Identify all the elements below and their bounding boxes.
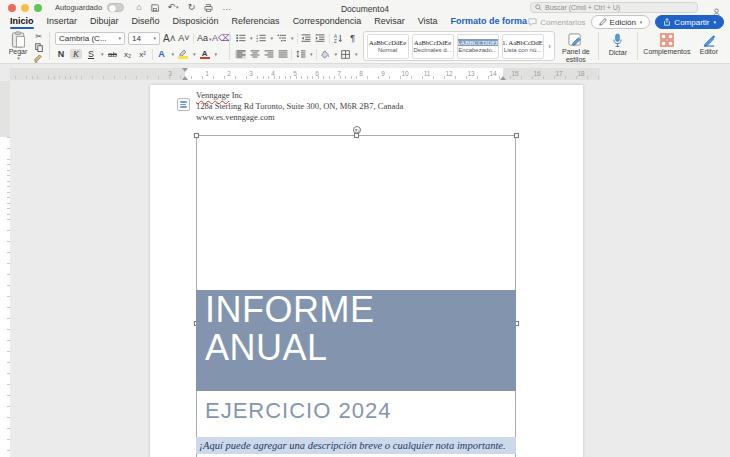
italic-button-active[interactable]: K [70,49,82,59]
tab-disposición[interactable]: Disposición [173,16,219,28]
left-indent-marker[interactable] [182,76,188,80]
horizontal-ruler[interactable]: 3 123456789101112131415161718 [10,68,600,80]
bullets-button[interactable] [235,34,246,43]
multilevel-list-button[interactable] [276,34,287,43]
home-icon[interactable]: ⌂ [136,3,141,12]
style-pane-button[interactable]: Panel de estilos [559,31,593,64]
ruler-number: 12 [445,70,452,77]
ruler-number: 14 [489,70,496,77]
more-styles-button[interactable]: › [547,43,553,50]
minimize-window-button[interactable] [21,4,29,12]
redo-button[interactable]: ↻ [188,3,196,12]
object-anchor-icon[interactable] [177,98,190,111]
editor-button[interactable]: Editor [695,31,723,56]
justify-button[interactable] [277,50,288,59]
align-right-button[interactable] [263,50,274,59]
letterhead[interactable]: Venngage Inc 128a Sterling Rd Toronto, S… [196,90,403,123]
style-card-lista-con-n-[interactable]: 1. AaBbCcDdELista con nú... [502,34,544,59]
ruler-number: 11 [424,70,431,77]
document-canvas[interactable]: Venngage Inc 128a Sterling Rd Toronto, S… [0,81,730,457]
show-paragraph-marks-button[interactable]: ¶ [347,33,359,43]
dictate-label: Dictar [609,49,627,57]
print-icon[interactable] [204,4,213,12]
more-commands-button[interactable]: … [222,3,231,12]
tab-revisar[interactable]: Revisar [374,16,405,28]
clipboard-icon [11,31,26,48]
format-painter-icon[interactable] [33,54,44,63]
tab-referencias[interactable]: Referencias [232,16,280,28]
align-center-button[interactable] [249,50,260,59]
tab-dibujar[interactable]: Dibujar [90,16,119,28]
vertical-ruler[interactable] [0,81,10,457]
selected-note-text[interactable]: ¡Aquí puede agregar una descripción brev… [196,437,516,454]
style-sample: AABBCCDDEE [457,39,499,46]
numbering-button[interactable] [256,34,267,43]
report-subtitle[interactable]: EJERCICIO 2024 [205,398,391,424]
style-card-normal[interactable]: AaBbCcDdEeNormal [367,34,409,59]
search-input[interactable]: Buscar (Cmd + Ctrl + U) [530,2,698,13]
style-card-encabezado-[interactable]: AABBCCDDEEEncabezado... [457,34,499,59]
autosave-toggle[interactable] [107,3,124,12]
change-case-button[interactable]: Aa▾ [197,33,209,43]
strikethrough-button[interactable]: ab [107,50,119,59]
highlight-color-button[interactable] [177,49,189,59]
dictate-button[interactable]: Dictar [604,31,632,57]
addins-label: Complementos [643,48,690,56]
decrease-indent-button[interactable] [301,34,312,43]
addins-button[interactable]: Complementos [643,31,691,56]
subscript-button[interactable]: x₂ [122,50,134,59]
save-icon[interactable] [151,4,159,12]
copy-icon[interactable] [33,43,44,52]
tab-diseño[interactable]: Diseño [132,16,160,28]
close-window-button[interactable] [8,4,16,12]
style-name: Decimales d... [414,47,452,53]
align-left-button[interactable] [235,50,246,59]
undo-button[interactable]: ↶▾ [168,3,179,12]
search-icon [535,4,542,11]
zoom-window-button[interactable] [34,4,42,12]
report-title-banner[interactable]: INFORME ANUAL [196,290,516,391]
tab-insertar[interactable]: Insertar [47,16,78,28]
comments-button[interactable]: Comentarios [528,18,585,27]
style-name: Lista con nú... [504,47,541,53]
clear-formatting-button[interactable]: A⌫ [212,33,224,43]
resize-handle-top-center[interactable] [354,133,359,138]
text-effects-button[interactable]: A [156,49,168,59]
resize-handle-top-right[interactable] [514,133,519,138]
line-spacing-button[interactable] [295,50,306,59]
underline-button[interactable]: S [85,49,97,59]
sort-button[interactable]: AZ [333,34,344,43]
tab-inicio[interactable]: Inicio [10,16,34,28]
font-name-select[interactable]: Cambria (C...▾ [55,32,125,45]
tab-correspondencia[interactable]: Correspondencia [293,16,362,28]
tab-formato-de-forma[interactable]: Formato de forma [451,16,528,28]
ruler-number: 17 [555,70,562,77]
shrink-font-button[interactable]: A˅ [178,33,190,43]
ruler-number: 13 [467,70,474,77]
ruler-number: 18 [577,70,584,77]
paste-button[interactable]: Pegar ▾ [5,31,31,63]
increase-indent-button[interactable] [315,34,326,43]
grow-font-button[interactable]: A˄ [163,33,175,44]
ruler-number: 9 [381,70,385,77]
bold-button[interactable]: N [55,49,67,59]
editing-mode-label: Edición [610,18,636,27]
font-color-button[interactable]: A [199,49,211,60]
letterhead-company: Venngage Inc [196,90,403,101]
first-line-indent-marker[interactable] [182,68,188,72]
superscript-button[interactable]: x² [137,50,149,59]
editing-mode-button[interactable]: Edición ▾ [591,15,651,29]
font-size-select[interactable]: 14▾ [128,32,160,45]
ruler-number: 7 [337,70,341,77]
ruler-area: 3 123456789101112131415161718 [0,67,730,81]
right-indent-marker[interactable] [500,76,506,80]
svg-text:Z: Z [334,39,337,43]
style-card-decimales-d-[interactable]: AaBbCcDdEeDecimales d... [412,34,454,59]
cut-icon[interactable]: ✂ [33,32,44,41]
tab-vista[interactable]: Vista [418,16,438,28]
share-button[interactable]: Compartir ▾ [655,15,724,29]
resize-handle-top-left[interactable] [194,133,199,138]
shading-button[interactable] [320,50,331,59]
borders-button[interactable] [340,50,351,59]
document-page[interactable]: Venngage Inc 128a Sterling Rd Toronto, S… [150,85,583,457]
